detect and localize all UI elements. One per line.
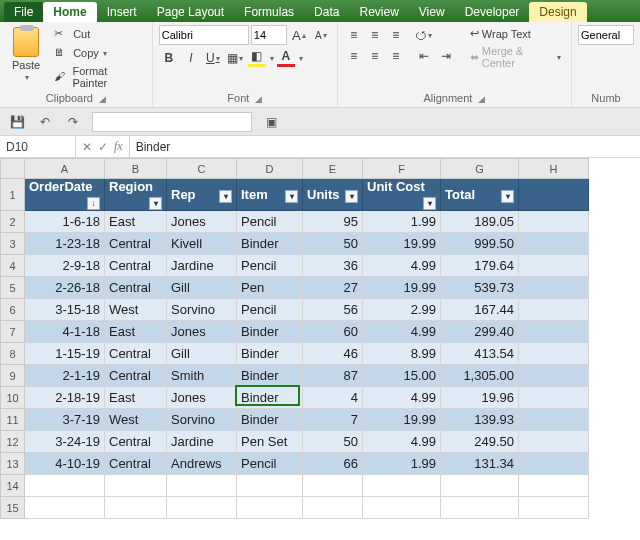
filter-button[interactable] bbox=[219, 190, 232, 203]
font-size-combo[interactable] bbox=[251, 25, 287, 45]
row-header-5[interactable]: 5 bbox=[1, 277, 25, 299]
cell-B15[interactable] bbox=[105, 497, 167, 519]
align-middle-button[interactable]: ≡ bbox=[365, 25, 385, 45]
cell-F12[interactable]: 4.99 bbox=[363, 431, 441, 453]
filter-button[interactable] bbox=[501, 190, 514, 203]
cell-C4[interactable]: Jardine bbox=[167, 255, 237, 277]
cell-E9[interactable]: 87 bbox=[303, 365, 363, 387]
col-header-H[interactable]: H bbox=[519, 159, 589, 179]
font-name-combo[interactable] bbox=[159, 25, 249, 45]
cell-D7[interactable]: Binder bbox=[237, 321, 303, 343]
orientation-button[interactable]: ⭯▾ bbox=[414, 25, 434, 45]
table-header-rep[interactable]: Rep bbox=[167, 179, 237, 211]
cell-D15[interactable] bbox=[237, 497, 303, 519]
bold-button[interactable]: B bbox=[159, 48, 179, 68]
cell-A5[interactable]: 2-26-18 bbox=[25, 277, 105, 299]
cell-B4[interactable]: Central bbox=[105, 255, 167, 277]
col-header-G[interactable]: G bbox=[441, 159, 519, 179]
tab-page-layout[interactable]: Page Layout bbox=[147, 2, 234, 22]
cell-A14[interactable] bbox=[25, 475, 105, 497]
cell-G11[interactable]: 139.93 bbox=[441, 409, 519, 431]
cell-C2[interactable]: Jones bbox=[167, 211, 237, 233]
row-header-8[interactable]: 8 bbox=[1, 343, 25, 365]
cell-D4[interactable]: Pencil bbox=[237, 255, 303, 277]
cell-D12[interactable]: Pen Set bbox=[237, 431, 303, 453]
cell-E10[interactable]: 4 bbox=[303, 387, 363, 409]
increase-indent-button[interactable]: ⇥ bbox=[436, 46, 456, 66]
cell-E11[interactable]: 7 bbox=[303, 409, 363, 431]
cell-C11[interactable]: Sorvino bbox=[167, 409, 237, 431]
dialog-launcher-icon[interactable]: ◢ bbox=[478, 94, 485, 104]
cell-E5[interactable]: 27 bbox=[303, 277, 363, 299]
filter-button[interactable] bbox=[87, 197, 100, 210]
cell-C12[interactable]: Jardine bbox=[167, 431, 237, 453]
cell-B9[interactable]: Central bbox=[105, 365, 167, 387]
cell-C3[interactable]: Kivell bbox=[167, 233, 237, 255]
cell-A13[interactable]: 4-10-19 bbox=[25, 453, 105, 475]
row-header-1[interactable]: 1 bbox=[1, 179, 25, 211]
formula-input[interactable]: Binder bbox=[130, 138, 640, 156]
worksheet[interactable]: ABCDEFGH1OrderDateRegionRepItemUnitsUnit… bbox=[0, 158, 640, 519]
cell-B12[interactable]: Central bbox=[105, 431, 167, 453]
row-header-11[interactable]: 11 bbox=[1, 409, 25, 431]
row-header-4[interactable]: 4 bbox=[1, 255, 25, 277]
cell-E14[interactable] bbox=[303, 475, 363, 497]
row-header-2[interactable]: 2 bbox=[1, 211, 25, 233]
col-header-B[interactable]: B bbox=[105, 159, 167, 179]
cell-B8[interactable]: Central bbox=[105, 343, 167, 365]
cell-A6[interactable]: 3-15-18 bbox=[25, 299, 105, 321]
col-header-C[interactable]: C bbox=[167, 159, 237, 179]
col-header-E[interactable]: E bbox=[303, 159, 363, 179]
cell-F3[interactable]: 19.99 bbox=[363, 233, 441, 255]
table-header-total[interactable]: Total bbox=[441, 179, 519, 211]
cell-F2[interactable]: 1.99 bbox=[363, 211, 441, 233]
cell-B5[interactable]: Central bbox=[105, 277, 167, 299]
row-header-12[interactable]: 12 bbox=[1, 431, 25, 453]
paste-button[interactable]: Paste ▾ bbox=[6, 25, 46, 91]
table-header-item[interactable]: Item bbox=[237, 179, 303, 211]
tab-formulas[interactable]: Formulas bbox=[234, 2, 304, 22]
row-header-13[interactable]: 13 bbox=[1, 453, 25, 475]
border-button[interactable]: ▦▾ bbox=[225, 48, 245, 68]
redo-button[interactable]: ↷ bbox=[64, 113, 82, 131]
shrink-font-button[interactable]: A▾ bbox=[311, 25, 331, 45]
cell-D6[interactable]: Pencil bbox=[237, 299, 303, 321]
enter-formula-button[interactable]: ✓ bbox=[98, 140, 108, 154]
cell-D11[interactable]: Binder bbox=[237, 409, 303, 431]
tab-view[interactable]: View bbox=[409, 2, 455, 22]
cell-B11[interactable]: West bbox=[105, 409, 167, 431]
cell-B10[interactable]: East bbox=[105, 387, 167, 409]
cell-G10[interactable]: 19.96 bbox=[441, 387, 519, 409]
qat-action-button[interactable]: ▣ bbox=[262, 113, 280, 131]
cell-F6[interactable]: 2.99 bbox=[363, 299, 441, 321]
format-painter-button[interactable]: Format Painter bbox=[50, 63, 146, 91]
dialog-launcher-icon[interactable]: ◢ bbox=[255, 94, 262, 104]
cell-G7[interactable]: 299.40 bbox=[441, 321, 519, 343]
cell-F7[interactable]: 4.99 bbox=[363, 321, 441, 343]
cell-E13[interactable]: 66 bbox=[303, 453, 363, 475]
cell-G4[interactable]: 179.64 bbox=[441, 255, 519, 277]
cell-A3[interactable]: 1-23-18 bbox=[25, 233, 105, 255]
cell-G5[interactable]: 539.73 bbox=[441, 277, 519, 299]
cell-G14[interactable] bbox=[441, 475, 519, 497]
align-top-button[interactable]: ≡ bbox=[344, 25, 364, 45]
cell-B7[interactable]: East bbox=[105, 321, 167, 343]
cell-E3[interactable]: 50 bbox=[303, 233, 363, 255]
cell-C7[interactable]: Jones bbox=[167, 321, 237, 343]
cell-F5[interactable]: 19.99 bbox=[363, 277, 441, 299]
italic-button[interactable]: I bbox=[181, 48, 201, 68]
cell-A10[interactable]: 2-18-19 bbox=[25, 387, 105, 409]
cell-F15[interactable] bbox=[363, 497, 441, 519]
align-right-button[interactable]: ≡ bbox=[386, 46, 406, 66]
cell-F4[interactable]: 4.99 bbox=[363, 255, 441, 277]
cell-H15[interactable] bbox=[519, 497, 589, 519]
tab-review[interactable]: Review bbox=[349, 2, 408, 22]
cell-E7[interactable]: 60 bbox=[303, 321, 363, 343]
cut-button[interactable]: Cut bbox=[50, 25, 146, 43]
cell-D8[interactable]: Binder bbox=[237, 343, 303, 365]
cell-H14[interactable] bbox=[519, 475, 589, 497]
cell-D10[interactable]: Binder bbox=[237, 387, 303, 409]
filter-button[interactable] bbox=[423, 197, 436, 210]
cell-E6[interactable]: 56 bbox=[303, 299, 363, 321]
cell-C15[interactable] bbox=[167, 497, 237, 519]
